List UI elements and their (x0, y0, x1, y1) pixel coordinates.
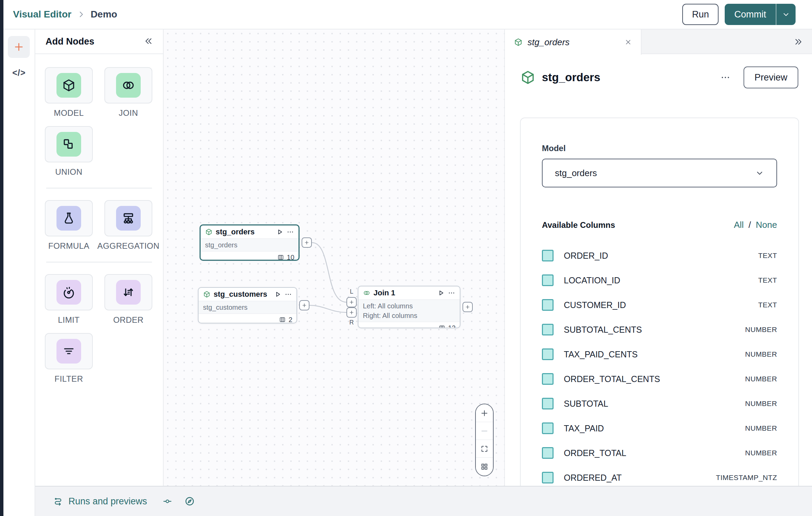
node-tile-model[interactable]: MODEL (45, 67, 93, 118)
runs-and-previews-label: Runs and previews (68, 496, 147, 507)
node-header: stg_orders (201, 225, 299, 238)
expand-panel-button[interactable] (794, 37, 804, 48)
node-tile-aggregation[interactable]: AGGREGATION (104, 200, 152, 251)
tile-group-divider (46, 188, 152, 188)
canvas-node-stg_customers[interactable]: stg_customersstg_customers2 (198, 287, 297, 323)
column-name: ORDER_TOTAL_CENTS (564, 374, 660, 384)
canvas-node-stg_orders[interactable]: stg_ordersstg_orders10 (200, 224, 300, 261)
column-checkbox[interactable] (542, 472, 554, 483)
node-body-line: stg_customers (203, 303, 292, 312)
flow-canvas[interactable]: stg_ordersstg_orders10stg_customersstg_c… (164, 29, 504, 486)
plus-icon (480, 409, 489, 418)
node-output-port-stg_customers[interactable] (299, 300, 309, 310)
add-nodes-title: Add Nodes (46, 36, 94, 47)
link-separator: / (749, 220, 751, 230)
zoom-in-button[interactable] (476, 404, 493, 422)
node-tile-order[interactable]: ORDER (104, 274, 152, 325)
preview-button[interactable]: Preview (744, 66, 798, 88)
node-run-button[interactable] (437, 289, 445, 297)
chevron-right-icon (77, 10, 85, 19)
column-checkbox[interactable] (542, 373, 554, 385)
node-run-button[interactable] (274, 291, 281, 298)
column-checkbox[interactable] (542, 324, 554, 335)
plus-icon (465, 304, 470, 310)
column-checkbox[interactable] (542, 422, 554, 434)
node-tile-join[interactable]: JOIN (104, 67, 152, 118)
fit-view-button[interactable] (476, 440, 493, 458)
select-none-link[interactable]: None (756, 220, 777, 230)
chevron-down-icon (755, 169, 764, 177)
git-commit-icon (162, 496, 173, 506)
column-checkbox[interactable] (542, 250, 554, 261)
node-tile-list: MODELJOINUNIONFORMULAAGGREGATIONLIMITORD… (35, 54, 163, 392)
node-menu-button[interactable] (448, 289, 455, 297)
column-row: SUBTOTAL_CENTSNUMBER (542, 317, 777, 342)
ellipsis-icon (284, 291, 292, 298)
node-output-port-join1[interactable] (462, 302, 473, 312)
cube-icon (203, 291, 211, 298)
node-run-button[interactable] (276, 228, 283, 236)
column-type: NUMBER (745, 400, 777, 408)
tab-stg-orders[interactable]: stg_orders (505, 29, 642, 55)
join-right-input-port[interactable] (346, 307, 357, 318)
cube-icon (514, 38, 523, 47)
select-all-link[interactable]: All (734, 220, 744, 230)
node-tile-limit[interactable]: LIMIT (45, 274, 93, 325)
collapse-panel-button[interactable] (143, 36, 153, 47)
tile-label: FILTER (54, 374, 83, 384)
run-button[interactable]: Run (682, 4, 719, 25)
tile-card (45, 333, 93, 369)
column-checkbox[interactable] (542, 299, 554, 311)
canvas-node-join1[interactable]: Join 1Left: All columnsRight: All column… (358, 286, 460, 328)
node-header: stg_customers (199, 288, 296, 301)
column-type: TEXT (758, 301, 777, 309)
column-type: NUMBER (745, 424, 777, 432)
model-select[interactable]: stg_orders (542, 159, 777, 187)
flask-icon (56, 206, 81, 231)
close-tab-button[interactable] (624, 38, 632, 46)
node-tile-formula[interactable]: FORMULA (45, 200, 93, 251)
column-row: ORDER_IDTEXT (542, 243, 777, 268)
column-checkbox[interactable] (542, 274, 554, 286)
join-left-input-port[interactable] (346, 297, 357, 307)
column-type: TEXT (758, 276, 777, 284)
auto-layout-button[interactable] (476, 458, 493, 476)
zoom-out-button[interactable] (476, 422, 493, 440)
commit-dropdown-button[interactable] (776, 4, 796, 25)
node-tile-union[interactable]: UNION (45, 126, 93, 177)
plus-icon (302, 303, 307, 308)
code-view-button[interactable]: </> (3, 68, 35, 78)
column-name: CUSTOMER_ID (564, 300, 626, 310)
node-menu-button[interactable] (284, 291, 292, 298)
commit-button[interactable]: Commit (725, 4, 776, 25)
commit-history-button[interactable] (162, 496, 173, 506)
column-checkbox[interactable] (542, 398, 554, 409)
node-menu-button[interactable] (287, 228, 294, 236)
node-body-line: stg_orders (205, 240, 294, 250)
plus-icon (349, 299, 354, 305)
ellipsis-icon (720, 72, 731, 83)
runs-and-previews-button[interactable]: Runs and previews (53, 496, 147, 507)
column-checkbox[interactable] (542, 447, 554, 459)
column-checkbox[interactable] (542, 348, 554, 360)
node-body: stg_customers (199, 301, 296, 314)
more-options-button[interactable] (720, 72, 731, 83)
node-title: Join 1 (373, 288, 434, 297)
chevrons-right-icon (794, 37, 804, 47)
add-node-tool-button[interactable] (8, 36, 30, 58)
union-icon (56, 132, 81, 157)
column-name: ORDER_TOTAL (564, 448, 626, 458)
node-tile-filter[interactable]: FILTER (45, 333, 93, 384)
column-row: TAX_PAIDNUMBER (542, 416, 777, 441)
explore-button[interactable] (184, 496, 195, 507)
columns-count-icon (279, 316, 286, 323)
breadcrumb-root-link[interactable]: Visual Editor (13, 9, 72, 20)
node-output-port-stg_orders[interactable] (302, 237, 312, 248)
node-column-count: 10 (287, 254, 294, 261)
column-row: ORDER_TOTAL_CENTSNUMBER (542, 367, 777, 391)
column-type: TEXT (758, 251, 777, 260)
tab-title: stg_orders (528, 37, 620, 48)
columns-count-icon (439, 324, 445, 328)
tile-label: LIMIT (58, 315, 79, 325)
tile-label: MODEL (54, 108, 84, 118)
